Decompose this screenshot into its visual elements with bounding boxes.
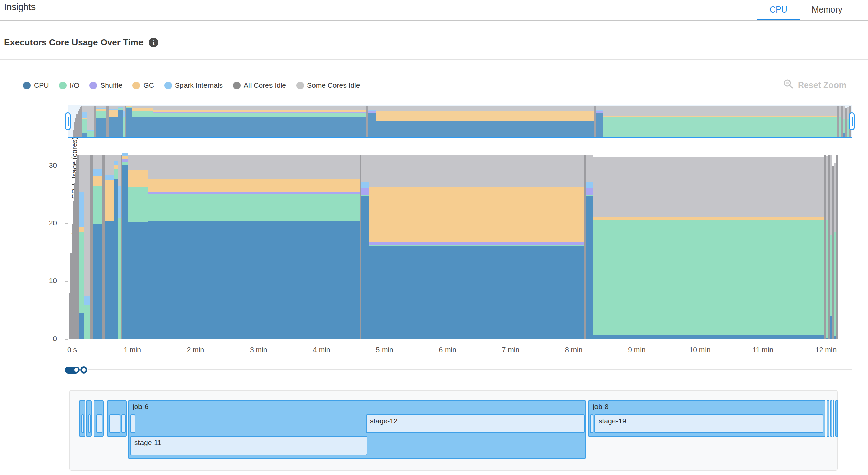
- y-tick-mark: [65, 223, 68, 224]
- x-tick-label: 5 min: [361, 346, 408, 354]
- stage-label: stage-12: [367, 415, 584, 425]
- legend-item-some_idle[interactable]: Some Cores Idle: [296, 81, 360, 89]
- page-title: Insights: [4, 2, 36, 13]
- x-tick-label: 11 min: [739, 346, 786, 354]
- legend-item-cpu[interactable]: CPU: [23, 81, 49, 89]
- y-tick-label: 10: [37, 277, 57, 285]
- y-tick-label: 30: [37, 161, 57, 169]
- y-tick-label: 20: [37, 219, 57, 227]
- legend-label: All Cores Idle: [244, 81, 286, 89]
- legend-label: CPU: [34, 81, 49, 89]
- legend-label: I/O: [70, 81, 79, 89]
- legend-dot-gc: [132, 82, 140, 89]
- x-tick-label: 0 s: [48, 346, 96, 354]
- legend-item-all_idle[interactable]: All Cores Idle: [233, 81, 286, 89]
- job-block[interactable]: [79, 400, 85, 437]
- x-tick-label: 2 min: [172, 346, 219, 354]
- job-label: job-6: [129, 401, 585, 411]
- job-label: job-8: [589, 401, 825, 411]
- x-tick-label: 6 min: [424, 346, 471, 354]
- stage-block[interactable]: [590, 414, 593, 433]
- y-tick-mark: [65, 281, 68, 282]
- stage-block[interactable]: [81, 414, 84, 433]
- job-block-job-6[interactable]: job-6stage-12stage-11: [128, 400, 586, 459]
- legend-dot-all_idle: [233, 82, 241, 89]
- y-tick-label: 0: [37, 335, 57, 343]
- section-header: Executors Core Usage Over Time i: [4, 37, 158, 48]
- stage-block-stage-12[interactable]: stage-12: [366, 414, 585, 433]
- job-block[interactable]: [830, 400, 832, 437]
- job-block[interactable]: [94, 400, 104, 437]
- legend-label: Spark Internals: [175, 81, 223, 89]
- job-block[interactable]: [833, 400, 834, 437]
- reset-zoom-button[interactable]: Reset Zoom: [783, 78, 846, 91]
- x-tick-label: 9 min: [613, 346, 660, 354]
- section-divider: [0, 59, 868, 60]
- legend-item-shuffle[interactable]: Shuffle: [89, 81, 122, 89]
- reset-zoom-label: Reset Zoom: [798, 80, 846, 90]
- info-icon[interactable]: i: [149, 38, 158, 47]
- stage-block[interactable]: [121, 414, 126, 433]
- header-divider: [0, 20, 868, 21]
- slider-handle-left[interactable]: [73, 367, 80, 373]
- legend-dot-internals: [164, 82, 172, 89]
- job-block[interactable]: [827, 400, 829, 437]
- zoom-out-icon: [783, 78, 794, 91]
- insights-page: Insights CPU Memory Executors Core Usage…: [0, 0, 868, 475]
- stage-block[interactable]: [109, 414, 120, 433]
- x-tick-label: 4 min: [298, 346, 345, 354]
- tab-memory[interactable]: Memory: [800, 0, 854, 20]
- minimap-chart[interactable]: [68, 105, 852, 137]
- legend-item-gc[interactable]: GC: [132, 81, 154, 89]
- job-stage-timeline-panel: job-6stage-12stage-11job-8stage-19: [69, 390, 838, 471]
- x-tick-label: 10 min: [676, 346, 723, 354]
- stage-block[interactable]: [88, 414, 91, 433]
- main-chart[interactable]: [69, 152, 838, 339]
- legend-label: Shuffle: [100, 81, 122, 89]
- y-tick-mark: [65, 166, 68, 166]
- legend-label: Some Cores Idle: [307, 81, 360, 89]
- legend-dot-io: [59, 82, 67, 89]
- chart-legend: CPUI/OShuffleGCSpark InternalsAll Cores …: [23, 81, 360, 89]
- tab-cpu[interactable]: CPU: [757, 0, 800, 20]
- x-tick-label: 3 min: [235, 346, 282, 354]
- stage-block-stage-19[interactable]: stage-19: [594, 414, 823, 433]
- legend-item-internals[interactable]: Spark Internals: [164, 81, 223, 89]
- x-tick-label: 12 min: [802, 346, 850, 354]
- slider-handle-right[interactable]: [80, 366, 87, 374]
- x-tick-label: 8 min: [550, 346, 598, 354]
- legend-item-io[interactable]: I/O: [59, 81, 79, 89]
- legend-dot-cpu: [23, 82, 31, 89]
- tab-bar: CPU Memory: [757, 0, 854, 20]
- slider-track[interactable]: [88, 369, 852, 370]
- legend-label: GC: [143, 81, 154, 89]
- x-tick-label: 1 min: [109, 346, 156, 354]
- stage-block-stage-11[interactable]: stage-11: [130, 436, 367, 455]
- stage-block[interactable]: [130, 414, 135, 433]
- stage-label: stage-11: [131, 437, 367, 447]
- job-block-job-8[interactable]: job-8stage-19: [588, 400, 825, 437]
- section-title: Executors Core Usage Over Time: [4, 37, 143, 48]
- stage-label: stage-19: [595, 415, 823, 425]
- job-block[interactable]: [835, 400, 838, 437]
- brush-handle-right[interactable]: [849, 112, 855, 130]
- brush-handle-left[interactable]: [65, 112, 71, 130]
- job-block[interactable]: [107, 400, 127, 437]
- legend-dot-shuffle: [89, 82, 97, 89]
- y-tick-mark: [65, 339, 68, 340]
- x-tick-label: 7 min: [487, 346, 535, 354]
- stage-block[interactable]: [96, 414, 102, 433]
- job-block[interactable]: [86, 400, 92, 437]
- legend-dot-some_idle: [296, 82, 304, 89]
